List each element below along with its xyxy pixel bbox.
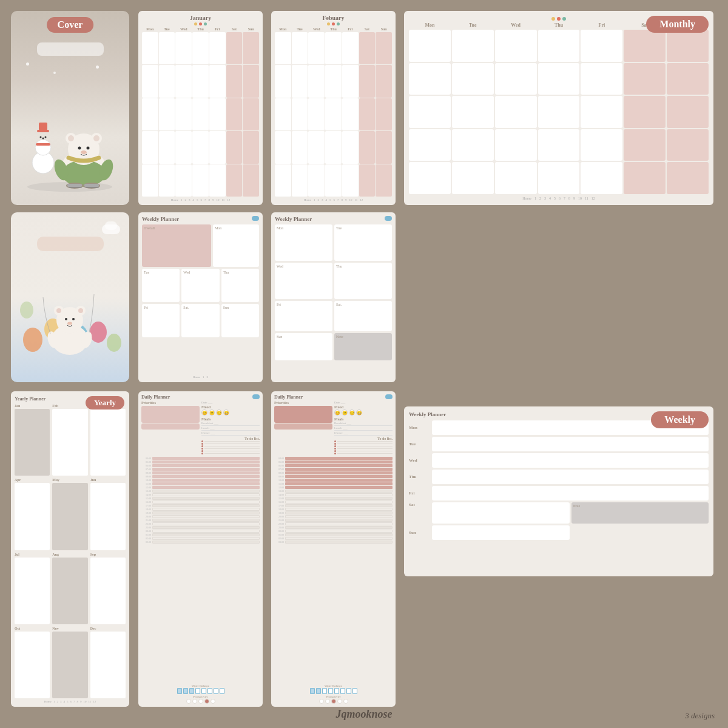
schedule-row: 03:00 xyxy=(141,541,260,544)
schedule-row: 17:00 xyxy=(141,504,260,507)
winter-bear-illustration xyxy=(20,72,120,193)
weekly-title-2: Weekly Planner xyxy=(275,216,392,222)
svg-point-35 xyxy=(67,322,72,325)
schedule-row: 00:00 xyxy=(141,530,260,533)
schedule-row: 04:00 xyxy=(141,457,260,460)
schedule-row: 04:00 xyxy=(274,457,393,460)
schedule-row: 07:00 xyxy=(274,468,393,471)
svg-point-18 xyxy=(81,150,87,154)
schedule-row: 18:00 xyxy=(141,508,260,511)
water-label-2: Water Balance xyxy=(274,684,393,687)
schedule-row: 12:00 xyxy=(274,486,393,489)
weekly-planner-3: Weekly Weekly Planner Mon Tue Wed Thu Fr… xyxy=(404,406,713,576)
weekly-title-1: Weekly Planner xyxy=(142,216,259,222)
calendar-february: Febuary Mon Tue Wed Thu Fri Sat Sun Home… xyxy=(271,11,396,205)
mood-label-1: Mood xyxy=(201,405,260,409)
schedule-row: 01:00 xyxy=(274,533,393,536)
priorities-label-2: Priorities xyxy=(274,401,332,405)
schedule-row: 05:00 xyxy=(141,460,260,463)
daily-planner-2: Daily Planner Priorities Date ___ Mood 😊… xyxy=(271,391,396,707)
schedule-row: 15:00 xyxy=(274,497,393,500)
svg-rect-25 xyxy=(84,184,99,187)
schedule-row: 06:00 xyxy=(141,464,260,467)
svg-point-30 xyxy=(56,308,61,313)
svg-point-13 xyxy=(68,135,74,141)
schedule-row: 11:00 xyxy=(141,482,260,485)
water-label-1: Water Balance xyxy=(141,684,260,687)
designs-count: 3 designs xyxy=(685,711,715,721)
schedule-row: 22:00 xyxy=(141,522,260,525)
brand-name: Jqmooknose xyxy=(335,708,392,721)
weekly-planner-2: Weekly Planner Mon Tue Wed Thu Fri Sat. … xyxy=(271,212,396,382)
svg-point-3 xyxy=(42,138,44,140)
yearly-planner-card: Yearly Yearly Planner Jan Feb Mar Apr xyxy=(11,391,129,707)
svg-point-2 xyxy=(35,140,51,155)
productivity-label-1: Productivity xyxy=(141,695,260,698)
schedule-row: 05:00 xyxy=(274,460,393,463)
svg-point-15 xyxy=(93,135,99,141)
weekly-label: Weekly xyxy=(651,411,709,428)
schedule-row: 15:00 xyxy=(141,497,260,500)
schedule-row: 19:00 xyxy=(141,511,260,514)
schedule-row: 09:00 xyxy=(274,475,393,478)
daily-title-2: Daily Planner xyxy=(274,394,393,400)
schedule-row: 16:00 xyxy=(274,500,393,504)
priorities-label-1: Priorities xyxy=(141,401,200,405)
svg-point-16 xyxy=(78,147,81,150)
cloud-icon-weekly1 xyxy=(252,216,259,221)
schedule-row: 06:00 xyxy=(274,464,393,467)
svg-point-4 xyxy=(40,136,42,138)
svg-point-32 xyxy=(78,308,83,313)
february-title: Febuary xyxy=(275,15,392,21)
cover-card-spring xyxy=(11,212,129,382)
calendar-monthly: Monthly Mon Tue Wed Thu Fri Sat Sun Home… xyxy=(404,11,713,205)
calendar-january: January Mon Tue Wed Thu Fri Sat Sun xyxy=(138,11,263,205)
spring-title-box xyxy=(37,237,104,251)
svg-rect-23 xyxy=(69,187,82,188)
schedule-row: 23:00 xyxy=(274,526,393,529)
spring-bear-illustration xyxy=(38,279,102,358)
schedule-row: 20:00 xyxy=(274,515,393,518)
schedule-row: 18:00 xyxy=(274,508,393,511)
productivity-label-2: Productivity xyxy=(274,695,393,698)
svg-rect-22 xyxy=(67,184,82,187)
svg-point-33 xyxy=(65,318,67,320)
schedule-row: 02:00 xyxy=(274,537,393,540)
schedule-row: 10:00 xyxy=(141,479,260,482)
svg-point-34 xyxy=(72,318,75,320)
schedule-row: 17:00 xyxy=(274,504,393,507)
schedule-row: 19:00 xyxy=(274,511,393,514)
svg-rect-26 xyxy=(86,187,99,188)
schedule-row: 10:00 xyxy=(274,479,393,482)
mood-label-2: Mood xyxy=(334,405,393,409)
cover-card-winter: Cover xyxy=(11,11,129,205)
cover-title-box-winter xyxy=(37,42,104,56)
schedule-row: 16:00 xyxy=(141,500,260,504)
cloud-icon-weekly2 xyxy=(385,216,392,221)
schedule-row: 21:00 xyxy=(141,519,260,522)
schedule-row: 14:00 xyxy=(141,493,260,496)
schedule-row: 11:00 xyxy=(274,482,393,485)
daily-planner-1: Daily Planner Priorities Date ___ Mood 😊… xyxy=(138,391,263,707)
schedule-row: 08:00 xyxy=(141,471,260,474)
schedule-row: 02:00 xyxy=(141,537,260,540)
monthly-label: Monthly xyxy=(646,16,709,33)
schedule-row: 14:00 xyxy=(274,493,393,496)
schedule-row: 23:00 xyxy=(141,526,260,529)
svg-point-5 xyxy=(45,136,47,138)
schedule-row: 13:00 xyxy=(274,490,393,493)
meals-label-2: Meals xyxy=(334,417,393,421)
yearly-label: Yearly xyxy=(86,396,124,410)
schedule-row: 12:00 xyxy=(141,486,260,489)
daily-title-1: Daily Planner xyxy=(141,394,260,400)
schedule-row: 09:00 xyxy=(141,475,260,478)
svg-point-17 xyxy=(87,147,90,150)
meals-label-1: Meals xyxy=(201,417,260,421)
schedule-row: 22:00 xyxy=(274,522,393,525)
schedule-row: 07:00 xyxy=(141,468,260,471)
schedule-row: 00:00 xyxy=(274,530,393,533)
schedule-row: 20:00 xyxy=(141,515,260,518)
schedule-row: 21:00 xyxy=(274,519,393,522)
svg-rect-8 xyxy=(36,143,50,146)
weekly-planner-1: Weekly Planner Overall Mon Tue Wed Thu F… xyxy=(138,212,263,382)
